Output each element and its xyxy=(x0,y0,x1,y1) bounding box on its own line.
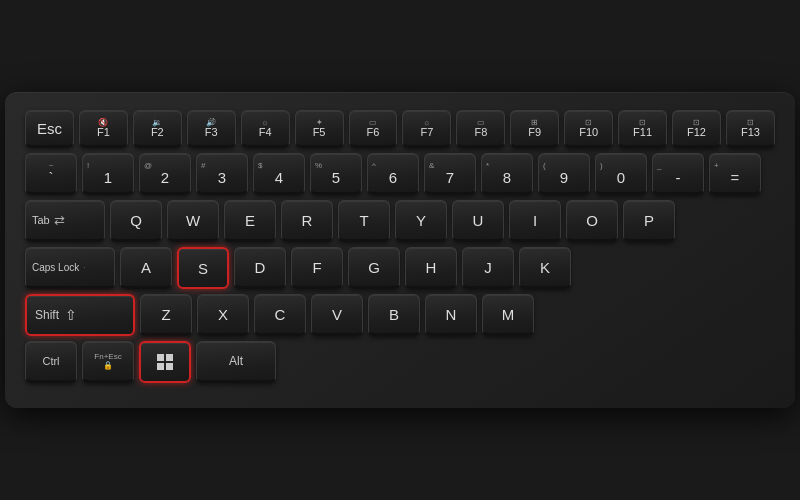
key-equals[interactable]: + = xyxy=(709,153,761,195)
key-win[interactable] xyxy=(139,341,191,383)
svg-rect-0 xyxy=(157,354,164,361)
key-m[interactable]: M xyxy=(482,294,534,336)
fn-row: Esc 🔇 F1 🔉 F2 🔊 F3 ☼ F4 ✦ F5 ▭ F6 ☼ F7 xyxy=(25,110,775,148)
key-j[interactable]: J xyxy=(462,247,514,289)
key-1[interactable]: ! 1 xyxy=(82,153,134,195)
svg-rect-3 xyxy=(166,363,173,370)
key-o[interactable]: O xyxy=(566,200,618,242)
key-t[interactable]: T xyxy=(338,200,390,242)
key-f9[interactable]: ⊞ F9 xyxy=(510,110,559,148)
key-f8[interactable]: ▭ F8 xyxy=(456,110,505,148)
key-backtick[interactable]: ~ ` xyxy=(25,153,77,195)
key-5[interactable]: % 5 xyxy=(310,153,362,195)
key-f3[interactable]: 🔊 F3 xyxy=(187,110,236,148)
key-f12[interactable]: ⊡ F12 xyxy=(672,110,721,148)
key-f[interactable]: F xyxy=(291,247,343,289)
key-4[interactable]: $ 4 xyxy=(253,153,305,195)
key-6[interactable]: ^ 6 xyxy=(367,153,419,195)
key-x[interactable]: X xyxy=(197,294,249,336)
key-f1[interactable]: 🔇 F1 xyxy=(79,110,128,148)
key-g[interactable]: G xyxy=(348,247,400,289)
key-alt[interactable]: Alt xyxy=(196,341,276,383)
key-u[interactable]: U xyxy=(452,200,504,242)
qwerty-row: Tab ⇄ Q W E R T Y U I O P xyxy=(25,200,775,242)
key-f6[interactable]: ▭ F6 xyxy=(349,110,398,148)
key-p[interactable]: P xyxy=(623,200,675,242)
svg-rect-2 xyxy=(157,363,164,370)
key-q[interactable]: Q xyxy=(110,200,162,242)
key-h[interactable]: H xyxy=(405,247,457,289)
key-f10[interactable]: ⊡ F10 xyxy=(564,110,613,148)
number-row: ~ ` ! 1 @ 2 # 3 $ 4 % 5 ^ 6 & 7 xyxy=(25,153,775,195)
key-minus[interactable]: _ - xyxy=(652,153,704,195)
key-3[interactable]: # 3 xyxy=(196,153,248,195)
key-ctrl[interactable]: Ctrl xyxy=(25,341,77,383)
key-f4[interactable]: ☼ F4 xyxy=(241,110,290,148)
svg-rect-1 xyxy=(166,354,173,361)
key-k[interactable]: K xyxy=(519,247,571,289)
key-d[interactable]: D xyxy=(234,247,286,289)
zxcv-row: Shift ⇧ Z X C V B N M xyxy=(25,294,775,336)
key-r[interactable]: R xyxy=(281,200,333,242)
key-f13[interactable]: ⊡ F13 xyxy=(726,110,775,148)
key-7[interactable]: & 7 xyxy=(424,153,476,195)
key-fn[interactable]: Fn+Esc 🔒 xyxy=(82,341,134,383)
key-capslock[interactable]: Caps Lock · xyxy=(25,247,115,289)
key-tab[interactable]: Tab ⇄ xyxy=(25,200,105,242)
bottom-row: Ctrl Fn+Esc 🔒 Alt xyxy=(25,341,775,383)
windows-icon xyxy=(156,353,174,371)
key-f7[interactable]: ☼ F7 xyxy=(402,110,451,148)
key-e[interactable]: E xyxy=(224,200,276,242)
key-n[interactable]: N xyxy=(425,294,477,336)
key-z[interactable]: Z xyxy=(140,294,192,336)
key-esc[interactable]: Esc xyxy=(25,110,74,148)
key-9[interactable]: ( 9 xyxy=(538,153,590,195)
key-a[interactable]: A xyxy=(120,247,172,289)
key-shift-left[interactable]: Shift ⇧ xyxy=(25,294,135,336)
key-c[interactable]: C xyxy=(254,294,306,336)
key-w[interactable]: W xyxy=(167,200,219,242)
key-2[interactable]: @ 2 xyxy=(139,153,191,195)
key-f11[interactable]: ⊡ F11 xyxy=(618,110,667,148)
key-f5[interactable]: ✦ F5 xyxy=(295,110,344,148)
key-f2[interactable]: 🔉 F2 xyxy=(133,110,182,148)
key-i[interactable]: I xyxy=(509,200,561,242)
key-8[interactable]: * 8 xyxy=(481,153,533,195)
asdf-row: Caps Lock · A S D F G H J K xyxy=(25,247,775,289)
key-v[interactable]: V xyxy=(311,294,363,336)
key-y[interactable]: Y xyxy=(395,200,447,242)
keyboard: Esc 🔇 F1 🔉 F2 🔊 F3 ☼ F4 ✦ F5 ▭ F6 ☼ F7 xyxy=(5,92,795,408)
key-b[interactable]: B xyxy=(368,294,420,336)
key-0[interactable]: ) 0 xyxy=(595,153,647,195)
key-s[interactable]: S xyxy=(177,247,229,289)
